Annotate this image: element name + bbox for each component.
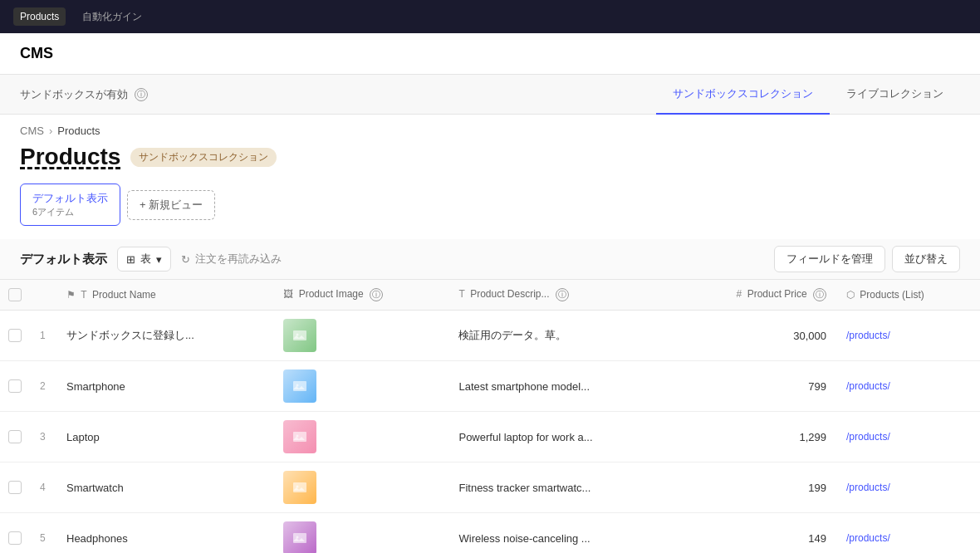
row-num: 3 [30, 412, 56, 462]
row-image [273, 462, 448, 513]
row-price: 199 [674, 462, 836, 513]
row-name: Laptop [56, 412, 273, 462]
view-type-icon: ⊞ [126, 253, 135, 266]
svg-rect-6 [293, 482, 306, 492]
reload-icon: ↻ [181, 253, 190, 266]
row-num: 1 [30, 311, 56, 361]
products-table: ⚑ T Product Name 🖼 Product Image ⓘ T Pro… [0, 280, 980, 553]
col-name[interactable]: ⚑ T Product Name [56, 280, 273, 311]
col-num [30, 280, 56, 311]
row-image-thumb [283, 521, 316, 553]
sort-button[interactable]: 並び替え [892, 246, 960, 272]
col-desc[interactable]: T Product Descrip... ⓘ [448, 280, 674, 311]
col-image[interactable]: 🖼 Product Image ⓘ [273, 280, 448, 311]
new-view-button[interactable]: + 新規ビュー [127, 190, 215, 220]
table-row[interactable]: 4 Smartwatch Fitness tracker smartwatc..… [0, 462, 980, 513]
row-image-thumb [283, 471, 316, 504]
col-desc-info-icon[interactable]: ⓘ [556, 288, 569, 301]
table-toolbar: デフォルト表示 ⊞ 表 ▾ ↻ 注文を再読み込み フィールドを管理 並び替え [0, 239, 980, 280]
select-all-checkbox[interactable] [8, 288, 22, 301]
top-bar-tab-automation[interactable]: 自動化ガイン [76, 7, 149, 27]
col-price-info-icon[interactable]: ⓘ [813, 288, 826, 301]
row-checkbox[interactable] [8, 379, 22, 393]
col-list[interactable]: ⬡ Products (List) [836, 280, 980, 311]
view-type-button[interactable]: ⊞ 表 ▾ [117, 247, 171, 272]
col-price[interactable]: # Product Price ⓘ [674, 280, 836, 311]
row-price: 1,299 [674, 412, 836, 462]
col-checkbox [0, 280, 30, 311]
breadcrumb: CMS › Products [0, 115, 980, 137]
view-type-label: 表 [140, 252, 151, 267]
row-image [273, 311, 448, 361]
row-list: /products/ [836, 462, 980, 513]
row-checkbox[interactable] [8, 329, 22, 342]
chevron-down-icon: ▾ [156, 253, 162, 266]
svg-rect-8 [293, 533, 306, 543]
row-image-thumb [283, 319, 316, 352]
col-name-text-icon: T [81, 289, 86, 301]
table-row[interactable]: 2 Smartphone Latest smartphone model... … [0, 361, 980, 412]
cms-logo: CMS [20, 45, 53, 62]
reload-label: 注文を再読み込み [195, 252, 282, 267]
row-desc: Latest smartphone model... [448, 361, 674, 412]
row-list: /products/ [836, 361, 980, 412]
row-num: 4 [30, 462, 56, 513]
svg-rect-2 [293, 381, 306, 391]
row-price: 149 [674, 513, 836, 554]
col-image-info-icon[interactable]: ⓘ [370, 288, 383, 301]
default-view-tab[interactable]: デフォルト表示 6アイテム [20, 184, 120, 226]
products-table-container: ⚑ T Product Name 🖼 Product Image ⓘ T Pro… [0, 280, 980, 553]
row-image-thumb [283, 420, 316, 453]
breadcrumb-current: Products [57, 125, 100, 137]
row-checkbox[interactable] [8, 481, 22, 494]
row-desc: 検証用のデータ。草。 [448, 311, 674, 361]
tab-live-collection[interactable]: ライブコレクション [830, 75, 960, 115]
table-row[interactable]: 1 サンドボックスに登録し... 検証用のデータ。草。 30,000 /prod… [0, 311, 980, 361]
sandbox-collection-badge: サンドボックスコレクション [130, 148, 277, 167]
col-image-icon: 🖼 [283, 288, 293, 300]
default-view-label: デフォルト表示 [32, 192, 108, 204]
breadcrumb-separator: › [49, 125, 52, 137]
row-checkbox-cell [0, 361, 30, 412]
row-checkbox[interactable] [8, 430, 22, 443]
row-num: 2 [30, 361, 56, 412]
tab-sandbox-collection[interactable]: サンドボックスコレクション [656, 75, 830, 115]
row-price: 799 [674, 361, 836, 412]
toolbar-view-title: デフォルト表示 [20, 252, 107, 267]
col-desc-label: Product Descrip... [470, 288, 549, 300]
col-price-num-icon: # [737, 288, 742, 300]
table-row[interactable]: 3 Laptop Powerful laptop for work a... 1… [0, 412, 980, 462]
toolbar-left: デフォルト表示 ⊞ 表 ▾ ↻ 注文を再読み込み [20, 247, 282, 272]
page-heading: Products サンドボックスコレクション [0, 137, 980, 184]
row-image [273, 412, 448, 462]
row-checkbox-cell [0, 513, 30, 554]
row-checkbox-cell [0, 311, 30, 361]
view-tabs: デフォルト表示 6アイテム + 新規ビュー [0, 184, 980, 239]
col-name-label: Product Name [92, 289, 156, 301]
row-list: /products/ [836, 311, 980, 361]
col-list-icon: ⬡ [846, 289, 855, 301]
toolbar-right: フィールドを管理 並び替え [774, 246, 960, 272]
new-view-label: + 新規ビュー [140, 198, 203, 213]
svg-rect-4 [293, 432, 306, 442]
page-title: Products [20, 144, 120, 170]
col-desc-text-icon: T [458, 288, 464, 300]
col-image-label: Product Image [299, 288, 364, 300]
row-price: 30,000 [674, 311, 836, 361]
row-num: 5 [30, 513, 56, 554]
collection-tabs: サンドボックスコレクション ライブコレクション [656, 75, 960, 115]
col-name-flag-icon: ⚑ [66, 289, 76, 301]
sandbox-status: サンドボックスが有効 ⓘ [20, 87, 148, 102]
manage-fields-button[interactable]: フィールドを管理 [774, 246, 885, 272]
table-row[interactable]: 5 Headphones Wireless noise-canceling ..… [0, 513, 980, 554]
svg-rect-0 [293, 330, 306, 340]
sandbox-info-icon[interactable]: ⓘ [135, 88, 148, 101]
sandbox-label: サンドボックスが有効 [20, 87, 128, 102]
row-name: Headphones [56, 513, 273, 554]
reload-button[interactable]: ↻ 注文を再読み込み [181, 252, 282, 267]
row-checkbox[interactable] [8, 531, 22, 545]
col-price-label: Product Price [747, 288, 807, 300]
cms-header: CMS [0, 33, 980, 75]
top-bar-tab-products[interactable]: Products [13, 7, 66, 26]
breadcrumb-root[interactable]: CMS [20, 125, 44, 137]
